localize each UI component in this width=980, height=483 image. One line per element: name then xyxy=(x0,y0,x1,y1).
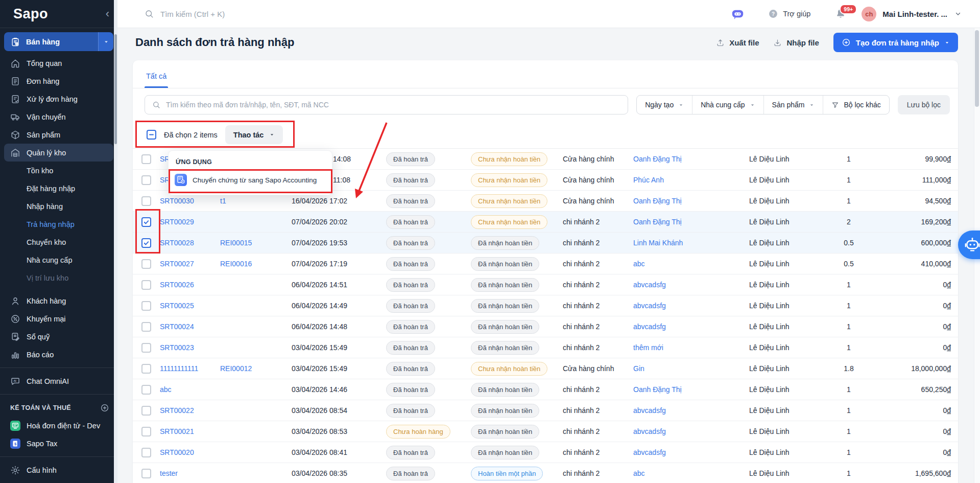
row-checkbox[interactable] xyxy=(141,238,151,248)
cell-supplier[interactable]: Gin xyxy=(633,364,749,373)
row-checkbox[interactable] xyxy=(141,301,151,311)
sidebar-item-van-chuyen[interactable]: Vận chuyển xyxy=(4,108,113,126)
tab-all[interactable]: Tất cả xyxy=(145,72,168,88)
row-checkbox[interactable] xyxy=(141,469,151,478)
sidebar-item-san-pham[interactable]: Sản phẩm xyxy=(4,126,113,144)
cell-return-code[interactable]: 11111111111 xyxy=(160,364,220,373)
select-all-checkbox[interactable] xyxy=(147,130,156,140)
sidebar-subitem-chuyen-kho[interactable]: Chuyển kho xyxy=(0,233,117,251)
row-checkbox[interactable] xyxy=(141,217,151,227)
cell-return-code[interactable]: SRT00022 xyxy=(160,406,220,415)
sidebar-item-tong-quan[interactable]: Tổng quan xyxy=(4,54,113,72)
cell-receipt-code[interactable]: REI00016 xyxy=(220,260,292,268)
cell-supplier[interactable]: abvcadsfg xyxy=(633,281,749,289)
cell-return-code[interactable]: SRT00024 xyxy=(160,323,220,331)
cell-receipt-code[interactable]: REI00015 xyxy=(220,239,292,247)
cell-supplier[interactable]: abvcadsfg xyxy=(633,448,749,456)
row-checkbox[interactable] xyxy=(141,322,151,332)
table-row[interactable]: SRT0002606/04/2026 14:51Đã hoàn trảĐã nh… xyxy=(133,274,958,295)
global-search-input[interactable]: Tìm kiếm (Ctrl + K) xyxy=(117,9,731,18)
table-row[interactable]: SRT00027REI0001607/04/2026 17:19Đã hoàn … xyxy=(133,254,958,274)
export-file-button[interactable]: Xuất file xyxy=(716,38,759,47)
actions-dropdown-button[interactable]: Thao tác xyxy=(225,125,283,144)
avatar[interactable]: ch xyxy=(862,7,876,21)
table-row[interactable]: abc03/04/2026 14:46Đã hoàn trảĐã nhận ho… xyxy=(133,379,958,400)
table-row[interactable]: SRT00028REI0001507/04/2026 19:53Đã hoàn … xyxy=(133,233,958,254)
row-checkbox[interactable] xyxy=(141,175,151,185)
sidebar-item-bao-cao[interactable]: Báo cáo xyxy=(4,346,113,363)
chevron-down-icon[interactable] xyxy=(954,10,962,17)
row-checkbox[interactable] xyxy=(141,343,151,353)
table-row[interactable]: SRT0002406/04/2026 14:48Đã hoàn trảĐã nh… xyxy=(133,316,958,337)
notifications-button[interactable]: 99+ xyxy=(835,8,846,19)
save-filter-button[interactable]: Lưu bộ lọc xyxy=(898,95,950,114)
row-checkbox[interactable] xyxy=(141,280,151,290)
cell-return-code[interactable]: SRT00023 xyxy=(160,343,220,352)
sidebar-subitem-ton-kho[interactable]: Tồn kho xyxy=(0,162,117,179)
sidebar-subitem-nha-cung-cap[interactable]: Nhà cung cấp xyxy=(0,251,117,269)
sales-dropdown-caret[interactable] xyxy=(98,32,113,51)
row-checkbox[interactable] xyxy=(141,364,151,374)
table-row[interactable]: 11111111111REI0001203/04/2026 15:49Đã ho… xyxy=(133,358,958,379)
cell-return-code[interactable]: SRT00027 xyxy=(160,260,220,268)
table-row[interactable]: tester03/04/2026 08:35Đã hoàn trảHoàn ti… xyxy=(133,463,958,483)
cell-return-code[interactable]: SRT00026 xyxy=(160,281,220,289)
cell-supplier[interactable]: Phúc Anh xyxy=(633,176,749,184)
table-search-input[interactable]: Tìm kiếm theo mã đơn trả/nhập, tên, SĐT,… xyxy=(145,95,628,114)
chatbot-icon[interactable] xyxy=(731,7,745,21)
sidebar-collapse-icon[interactable]: ‹ xyxy=(106,8,109,19)
table-row[interactable]: SRT0002907/04/2026 20:02Đã hoàn trảChưa … xyxy=(133,212,958,233)
sidebar-subitem-vi-tri-luu-kho[interactable]: Vị trí lưu kho xyxy=(0,269,117,287)
import-file-button[interactable]: Nhập file xyxy=(773,38,819,47)
cell-return-code[interactable]: SRT00028 xyxy=(160,239,220,247)
sidebar-item-xu-ly-don-hang[interactable]: Xử lý đơn hàng xyxy=(4,90,113,108)
sidebar-subitem-nhap-hang[interactable]: Nhập hàng xyxy=(0,197,117,215)
sidebar-item-hoa-don-dien-tu-dev[interactable]: Hoá đơn điện tử - Dev xyxy=(4,417,113,434)
row-checkbox[interactable] xyxy=(141,385,151,395)
row-checkbox[interactable] xyxy=(141,406,151,416)
sidebar-scrollbar-thumb[interactable] xyxy=(114,34,117,144)
cell-return-code[interactable]: SRT00030 xyxy=(160,197,220,205)
row-checkbox[interactable] xyxy=(141,154,151,164)
cell-supplier[interactable]: abvcadsfg xyxy=(633,406,749,415)
cell-supplier[interactable]: Linh Mai Khánh xyxy=(633,239,749,247)
cell-return-code[interactable]: tester xyxy=(160,469,220,477)
table-row[interactable]: SRT0002203/04/2026 08:54Đã hoàn trảĐã nh… xyxy=(133,400,958,421)
table-row[interactable]: SRT0002506/04/2026 14:49Đã hoàn trảĐã nh… xyxy=(133,295,958,316)
filter-san-pham[interactable]: Sản phẩm xyxy=(764,96,824,114)
row-checkbox[interactable] xyxy=(141,196,151,206)
cell-supplier[interactable]: Oanh Đặng Thị xyxy=(633,197,749,205)
sidebar-item-quan-ly-kho[interactable]: Quản lý kho xyxy=(4,144,113,162)
sidebar-item-chat-omniai[interactable]: AIChat OmniAI xyxy=(4,372,113,390)
cell-supplier[interactable]: Oanh Đặng Thị xyxy=(633,218,749,226)
cell-supplier[interactable]: abc xyxy=(633,469,749,477)
filter-ngay-tao[interactable]: Ngày tạo xyxy=(637,96,692,114)
sidebar-item-sapo-tax[interactable]: $Sapo Tax xyxy=(4,434,113,452)
cell-supplier[interactable]: abc xyxy=(633,260,749,268)
create-return-order-button[interactable]: Tạo đơn trả hàng nhập xyxy=(833,33,958,52)
cell-return-code[interactable]: SRT00021 xyxy=(160,427,220,435)
table-row[interactable]: SRT0002003/04/2026 08:41Đã hoàn trảĐã nh… xyxy=(133,442,958,463)
row-checkbox[interactable] xyxy=(141,448,151,457)
cell-return-code[interactable]: SRT00020 xyxy=(160,448,220,456)
sidebar-subitem-tra-hang-nhap[interactable]: Trả hàng nhập xyxy=(0,215,117,233)
row-checkbox[interactable] xyxy=(141,259,151,269)
cell-supplier[interactable]: Oanh Đặng Thị xyxy=(633,155,749,163)
cell-return-code[interactable]: SRT00029 xyxy=(160,218,220,226)
cell-receipt-code[interactable]: t1 xyxy=(220,197,292,205)
sidebar-subitem-dat-hang-nhap[interactable]: Đặt hàng nhập xyxy=(0,179,117,197)
menu-item-chuyen-chung-tu-sang-sapo-accounting[interactable]: Chuyển chứng từ sang Sapo Accounting xyxy=(169,169,332,191)
cell-return-code[interactable]: abc xyxy=(160,385,220,394)
cell-supplier[interactable]: abvcadsfg xyxy=(633,323,749,331)
sidebar-item-khach-hang[interactable]: Khách hàng xyxy=(4,292,113,310)
page-scrollbar-thumb[interactable] xyxy=(975,30,979,107)
filter-nha-cung-cap[interactable]: Nhà cung cấp xyxy=(692,96,763,114)
cell-supplier[interactable]: Oanh Đặng Thị xyxy=(633,385,749,394)
filter-more[interactable]: Bộ lọc khác xyxy=(823,96,889,114)
sidebar-item-cau-hinh[interactable]: Cấu hình xyxy=(4,461,113,479)
help-button[interactable]: ? Trợ giúp xyxy=(768,9,810,19)
user-name[interactable]: Mai Linh-tester. ... xyxy=(882,10,947,18)
table-row[interactable]: SRT0002103/04/2026 08:53Chưa hoàn hàngĐã… xyxy=(133,421,958,442)
sidebar-item-ban-hang[interactable]: Bán hàng xyxy=(4,32,113,51)
cell-receipt-code[interactable]: REI00012 xyxy=(220,364,292,373)
